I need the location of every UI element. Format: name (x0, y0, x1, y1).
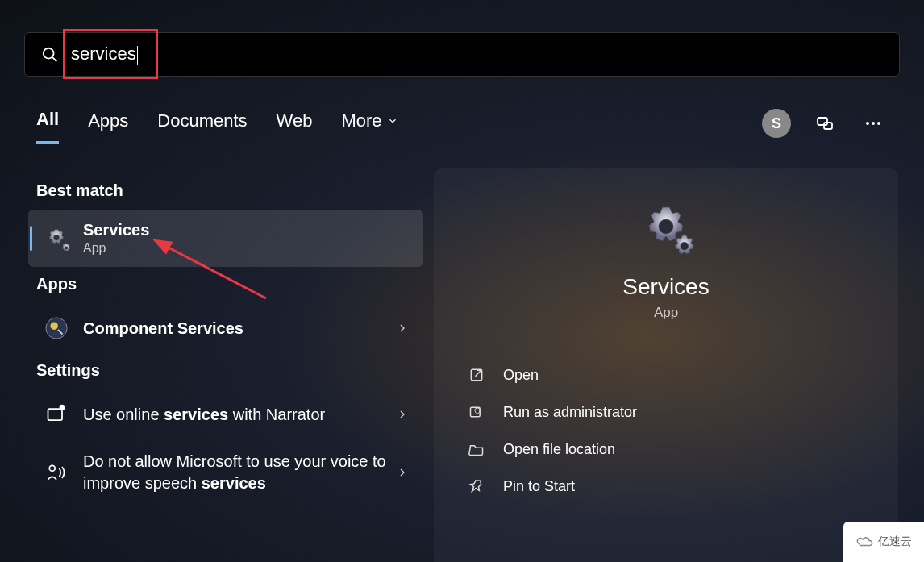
svg-point-4 (866, 122, 869, 125)
result-component-services[interactable]: Component Services (28, 303, 423, 353)
detail-title: Services (434, 274, 898, 300)
pin-icon (468, 477, 485, 495)
result-services[interactable]: Services App (28, 210, 423, 267)
chevron-right-icon (396, 466, 409, 479)
component-services-icon (43, 314, 70, 342)
result-speech-services[interactable]: Do not allow Microsoft to use your voice… (28, 439, 423, 506)
tab-more[interactable]: More (341, 110, 397, 143)
top-right-controls: S (762, 109, 888, 138)
section-settings: Settings (36, 361, 415, 380)
action-run-admin[interactable]: Run as administrator (434, 393, 898, 431)
result-title: Component Services (83, 319, 396, 338)
section-best-match: Best match (36, 181, 415, 200)
action-label: Open file location (503, 441, 615, 458)
section-apps: Apps (36, 275, 415, 293)
action-pin-start[interactable]: Pin to Start (434, 468, 898, 505)
svg-point-12 (60, 406, 64, 410)
chevron-down-icon (387, 115, 398, 127)
result-title: Use online services with Narrator (83, 406, 396, 424)
tab-all[interactable]: All (36, 109, 59, 144)
results-panel: Best match Services App Apps Component S… (28, 173, 423, 506)
action-label: Run as administrator (503, 404, 637, 421)
svg-point-14 (659, 219, 673, 234)
voice-icon (43, 459, 70, 486)
result-narrator-services[interactable]: Use online services with Narrator (28, 389, 423, 439)
more-options-icon[interactable] (859, 109, 888, 138)
result-title: Do not allow Microsoft to use your voice… (83, 451, 396, 494)
chat-icon[interactable] (810, 109, 839, 138)
accessibility-icon (43, 401, 70, 428)
tab-web[interactable]: Web (277, 110, 313, 143)
action-open-location[interactable]: Open file location (434, 431, 898, 468)
detail-panel: Services App Open Run as administrator O… (434, 168, 898, 562)
svg-line-1 (52, 57, 56, 61)
svg-point-6 (877, 122, 880, 125)
chevron-right-icon (396, 322, 409, 335)
svg-point-8 (65, 246, 68, 249)
svg-point-0 (44, 48, 54, 58)
open-icon (468, 366, 485, 384)
search-icon (41, 46, 59, 64)
svg-point-13 (49, 465, 55, 471)
svg-point-15 (681, 242, 689, 250)
result-title: Services (83, 221, 409, 239)
svg-rect-2 (818, 118, 827, 125)
svg-point-5 (872, 122, 875, 125)
detail-subtitle: App (434, 305, 898, 321)
folder-icon (468, 440, 485, 458)
admin-icon (468, 403, 485, 421)
detail-app-icon (434, 200, 898, 258)
svg-rect-11 (48, 409, 63, 420)
action-label: Pin to Start (503, 478, 575, 495)
action-label: Open (503, 367, 539, 384)
action-open[interactable]: Open (434, 356, 898, 393)
svg-point-7 (53, 235, 59, 240)
tab-documents[interactable]: Documents (157, 110, 247, 143)
search-bar[interactable]: services (24, 32, 900, 77)
filter-tabs: All Apps Documents Web More (36, 109, 398, 144)
avatar[interactable]: S (762, 109, 791, 138)
svg-point-10 (51, 323, 58, 330)
result-subtitle: App (83, 241, 409, 256)
tab-apps[interactable]: Apps (88, 110, 128, 143)
svg-rect-3 (824, 123, 832, 129)
watermark: 亿速云 (843, 522, 924, 562)
chevron-right-icon (396, 408, 409, 421)
search-input[interactable]: services (71, 44, 883, 65)
action-list: Open Run as administrator Open file loca… (434, 356, 898, 505)
gear-icon (43, 225, 70, 252)
